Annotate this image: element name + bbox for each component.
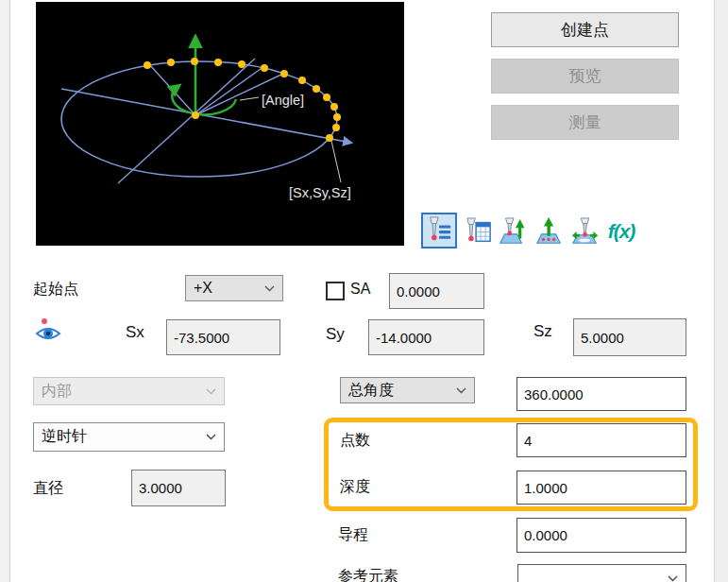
- sa-value-field[interactable]: [389, 273, 484, 309]
- sz-label: Sz: [533, 322, 552, 341]
- lead-input[interactable]: [524, 519, 686, 552]
- probe-retract-glyph: [499, 216, 527, 247]
- circle-points-dialog: [Angle] [Sx,Sy,Sz] 创建点 预览 测量: [0, 0, 728, 582]
- start-point-dropdown-value: +X: [194, 280, 212, 297]
- points-count-input[interactable]: [524, 424, 686, 456]
- points-count-field[interactable]: [516, 423, 686, 457]
- sy-field[interactable]: [368, 319, 484, 355]
- surface-vector-glyph: [535, 216, 564, 247]
- chevron-down-icon: [668, 575, 678, 582]
- sa-value-input[interactable]: [397, 274, 483, 308]
- depth-field[interactable]: [516, 471, 686, 505]
- inner-outer-dropdown-value: 内部: [42, 382, 72, 402]
- sz-field[interactable]: [573, 318, 686, 356]
- sx-field[interactable]: [166, 319, 280, 355]
- probe-slide-icon[interactable]: [567, 214, 603, 249]
- probe-table-glyph: [464, 216, 492, 247]
- visibility-eye-icon[interactable]: [34, 317, 62, 345]
- sx-input[interactable]: [174, 320, 279, 354]
- lead-field[interactable]: [516, 518, 686, 553]
- probe-slide-glyph: [571, 216, 600, 247]
- start-point-field-label: 起始点: [33, 280, 78, 300]
- total-angle-input[interactable]: [524, 378, 686, 410]
- angle-label: [Angle]: [262, 93, 304, 108]
- chevron-down-icon: [264, 285, 275, 292]
- chevron-down-icon: [206, 388, 216, 395]
- diameter-label: 直径: [33, 479, 63, 499]
- probe-list-glyph: [425, 215, 453, 246]
- depth-label: 深度: [340, 477, 370, 497]
- function-icon[interactable]: f(x): [603, 214, 639, 249]
- total-angle-field[interactable]: [516, 377, 686, 411]
- circle-diagram-svg: [Angle] [Sx,Sy,Sz]: [36, 2, 404, 246]
- preview-button[interactable]: 预览: [491, 59, 679, 94]
- points-count-label: 点数: [340, 431, 370, 451]
- total-angle-dropdown[interactable]: 总角度: [340, 377, 475, 403]
- surface-vector-icon[interactable]: [532, 214, 567, 249]
- eye-glyph: [34, 317, 62, 345]
- direction-dropdown-value: 逆时针: [42, 427, 87, 447]
- reference-element-label: 参考元素: [338, 567, 398, 582]
- right-scrollbar[interactable]: [714, 0, 728, 582]
- measure-button[interactable]: 测量: [491, 105, 679, 140]
- chevron-down-icon: [456, 387, 466, 394]
- lead-label: 导程: [338, 525, 368, 545]
- fx-glyph: f(x): [608, 220, 635, 243]
- probe-table-icon[interactable]: [460, 214, 496, 249]
- diameter-input[interactable]: [139, 471, 225, 505]
- sa-checkbox[interactable]: [326, 282, 345, 300]
- probe-list-icon[interactable]: [421, 213, 457, 248]
- direction-dropdown[interactable]: 逆时针: [33, 422, 225, 452]
- sx-label: Sx: [126, 323, 144, 342]
- depth-input[interactable]: [524, 471, 686, 504]
- start-point-dropdown[interactable]: +X: [185, 275, 283, 301]
- chevron-down-icon: [206, 434, 216, 440]
- sz-input[interactable]: [581, 319, 686, 355]
- sy-label: Sy: [326, 325, 345, 344]
- total-angle-dropdown-value: 总角度: [348, 381, 394, 401]
- create-point-button[interactable]: 创建点: [491, 12, 679, 47]
- sy-input[interactable]: [376, 320, 483, 354]
- reference-element-dropdown[interactable]: [517, 564, 686, 582]
- inner-outer-dropdown[interactable]: 内部: [33, 377, 225, 405]
- diameter-field[interactable]: [131, 470, 226, 506]
- probe-retract-icon[interactable]: [495, 214, 531, 249]
- sa-label: SA: [350, 281, 370, 298]
- circle-diagram: [Angle] [Sx,Sy,Sz]: [36, 2, 404, 246]
- left-panel-edge: [0, 0, 10, 582]
- start-point-label: [Sx,Sy,Sz]: [289, 185, 351, 200]
